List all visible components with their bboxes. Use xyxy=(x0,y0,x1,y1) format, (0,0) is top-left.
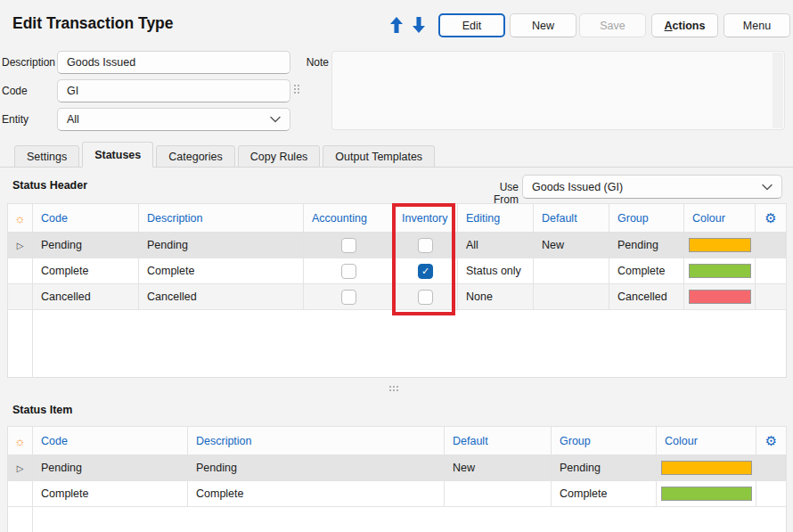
column-header-code[interactable]: Code xyxy=(33,204,139,233)
colour-swatch[interactable] xyxy=(689,290,751,304)
cell-code: Complete xyxy=(33,258,139,284)
tab-copy-rules[interactable]: Copy Rules xyxy=(238,145,321,168)
column-header-colour[interactable]: Colour xyxy=(684,204,756,233)
status-header-table: ☼ Code Description Accounting Inventory … xyxy=(7,203,787,378)
column-header-default[interactable]: Default xyxy=(534,204,609,233)
cell-description: Pending xyxy=(139,233,304,258)
column-header-group[interactable]: Group xyxy=(609,204,684,233)
cell-group: Pending xyxy=(609,233,684,258)
edit-button[interactable]: Edit xyxy=(438,13,505,37)
cell-description: Complete xyxy=(188,481,445,507)
entity-label: Entity xyxy=(2,113,55,126)
code-label: Code xyxy=(2,85,55,97)
cell-default xyxy=(445,481,552,507)
cell-default: New xyxy=(534,233,609,258)
colour-swatch[interactable] xyxy=(689,238,751,252)
colour-swatch[interactable] xyxy=(689,264,751,278)
row-options-icon[interactable]: ☼ xyxy=(14,211,26,225)
entity-select[interactable]: All xyxy=(57,108,290,131)
description-field[interactable]: Goods Issued xyxy=(57,51,290,74)
status-item-title: Status Item xyxy=(12,404,72,416)
edit-transaction-type-window: Edit Transaction Type Edit New Save Acti… xyxy=(0,0,793,532)
tab-output-templates[interactable]: Output Templates xyxy=(323,145,435,168)
accounting-checkbox[interactable] xyxy=(341,238,356,253)
tab-categories[interactable]: Categories xyxy=(156,145,234,168)
cell-default xyxy=(534,284,609,310)
accounting-checkbox[interactable] xyxy=(341,290,356,305)
row-options-icon[interactable]: ☼ xyxy=(14,434,26,448)
cell-editing: Status only xyxy=(458,258,534,284)
column-header-description[interactable]: Description xyxy=(188,427,445,455)
status-header-row-cancelled[interactable]: Cancelled Cancelled None Cancelled xyxy=(8,284,787,310)
inventory-checkbox[interactable] xyxy=(418,290,433,305)
status-item-table: ☼ Code Description Default Group Colour … xyxy=(7,426,787,532)
accounting-checkbox[interactable] xyxy=(341,264,356,279)
column-settings-gear-icon[interactable]: ⚙ xyxy=(765,433,777,448)
column-header-description[interactable]: Description xyxy=(139,204,304,233)
cell-default xyxy=(534,258,609,284)
cell-editing: None xyxy=(458,284,534,310)
column-header-code[interactable]: Code xyxy=(33,427,188,455)
tab-strip: Settings Statuses Categories Copy Rules … xyxy=(0,142,793,168)
colour-swatch[interactable] xyxy=(661,461,752,475)
cell-description: Complete xyxy=(139,258,304,284)
status-item-row-pending[interactable]: ▷ Pending Pending New Pending xyxy=(8,455,787,481)
cell-code: Cancelled xyxy=(33,284,139,310)
current-row-marker-icon: ▷ xyxy=(17,241,24,250)
cell-default: New xyxy=(445,455,552,481)
chevron-down-icon xyxy=(270,116,281,123)
inventory-checkbox[interactable]: ✓ xyxy=(418,264,433,279)
cell-group: Pending xyxy=(552,455,657,481)
status-header-row-pending[interactable]: ▷ Pending Pending All New Pending xyxy=(8,233,787,258)
status-header-row-complete[interactable]: Complete Complete ✓ Status only Complete xyxy=(8,258,787,284)
cell-description: Cancelled xyxy=(139,284,304,310)
cell-code: Pending xyxy=(33,233,139,258)
next-record-icon[interactable] xyxy=(412,17,426,33)
cell-group: Cancelled xyxy=(609,284,684,310)
column-header-inventory[interactable]: Inventory xyxy=(394,204,458,233)
cell-editing: All xyxy=(458,233,534,258)
use-from-value: Goods Issued (GI) xyxy=(532,181,623,193)
note-field[interactable] xyxy=(331,51,785,130)
code-field[interactable]: GI xyxy=(57,79,290,102)
column-header-group[interactable]: Group xyxy=(552,427,657,455)
note-scrollbar[interactable] xyxy=(773,53,783,128)
column-header-accounting[interactable]: Accounting xyxy=(304,204,394,233)
menu-button[interactable]: Menu xyxy=(724,13,790,37)
drag-handle-icon[interactable] xyxy=(294,85,301,95)
cell-group: Complete xyxy=(552,481,657,507)
page-title: Edit Transaction Type xyxy=(12,14,174,33)
cell-code: Pending xyxy=(33,455,188,481)
cell-description: Pending xyxy=(188,455,445,481)
note-label: Note xyxy=(300,56,329,69)
status-item-row-complete[interactable]: Complete Complete Complete xyxy=(8,481,787,507)
section-splitter-handle[interactable] xyxy=(389,386,400,393)
chevron-down-icon xyxy=(762,184,773,191)
column-header-colour[interactable]: Colour xyxy=(657,427,756,455)
column-header-default[interactable]: Default xyxy=(445,427,552,455)
tab-statuses[interactable]: Statuses xyxy=(82,142,153,168)
save-button[interactable]: Save xyxy=(579,13,646,37)
use-from-label: Use From xyxy=(472,181,519,206)
colour-swatch[interactable] xyxy=(661,487,752,501)
actions-button[interactable]: Actions xyxy=(651,13,718,37)
current-row-marker-icon: ▷ xyxy=(17,463,24,473)
description-label: Description xyxy=(2,56,55,69)
new-button[interactable]: New xyxy=(510,13,576,37)
status-header-title: Status Header xyxy=(12,179,87,192)
inventory-checkbox[interactable] xyxy=(418,238,433,253)
entity-value: All xyxy=(67,113,79,126)
previous-record-icon[interactable] xyxy=(389,17,404,33)
column-header-editing[interactable]: Editing xyxy=(458,204,534,233)
tab-settings[interactable]: Settings xyxy=(14,145,79,168)
column-settings-gear-icon[interactable]: ⚙ xyxy=(764,210,776,225)
cell-code: Complete xyxy=(33,481,188,507)
cell-group: Complete xyxy=(609,258,684,284)
use-from-select[interactable]: Goods Issued (GI) xyxy=(522,175,782,199)
